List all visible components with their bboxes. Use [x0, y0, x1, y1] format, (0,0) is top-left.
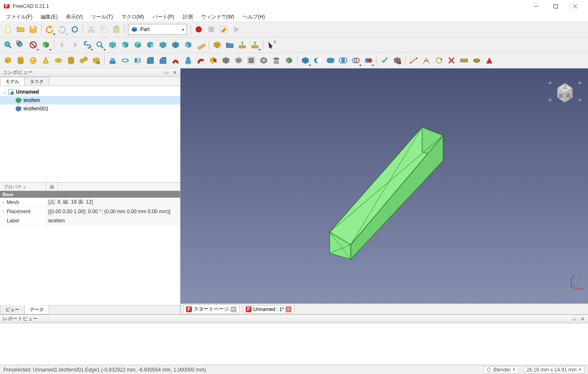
- status-dimensions[interactable]: 26.16 mm x 14.91 mm ▼: [524, 366, 585, 374]
- sweep-button[interactable]: [194, 54, 207, 67]
- nav-forward-button[interactable]: [68, 39, 81, 51]
- refresh-button[interactable]: [68, 23, 81, 36]
- panel-close-button[interactable]: ✕: [172, 70, 178, 76]
- front-view-button[interactable]: [119, 39, 131, 51]
- torus-button[interactable]: [52, 54, 65, 67]
- doc-tab-unnamed[interactable]: F Unnamed : 1* ✕: [243, 305, 294, 314]
- 3d-model-prism[interactable]: [304, 110, 464, 262]
- loft-button[interactable]: [182, 54, 194, 67]
- boolean-intersect-button[interactable]: [337, 54, 349, 67]
- group-button[interactable]: [223, 39, 236, 51]
- primitives-button[interactable]: [77, 54, 90, 67]
- menu-window[interactable]: ウィンドウ(W): [197, 13, 239, 21]
- tab-model[interactable]: モデル: [0, 77, 25, 86]
- measure-clear-button[interactable]: [445, 54, 458, 67]
- link-button[interactable]: [81, 39, 94, 51]
- check-geometry-button[interactable]: [378, 54, 391, 67]
- workbench-selector[interactable]: Part ▾: [128, 24, 187, 35]
- defeaturing-button[interactable]: [391, 54, 404, 67]
- menu-tools[interactable]: ツール(T): [87, 13, 117, 21]
- open-file-button[interactable]: [14, 23, 27, 36]
- left-view-button[interactable]: [182, 39, 194, 51]
- part-button[interactable]: [211, 39, 223, 51]
- chamfer-button[interactable]: [157, 54, 169, 67]
- measure-refresh-button[interactable]: [433, 54, 445, 67]
- ruled-surface-button[interactable]: [169, 54, 182, 67]
- cross-sections-button[interactable]: [220, 54, 232, 67]
- prop-row-placement[interactable]: › Placement [(0.00 0.00 1.00); 0.00 °; (…: [0, 207, 180, 216]
- bounding-box-button[interactable]: [39, 39, 52, 51]
- prop-value[interactable]: [(0.00 0.00 1.00); 0.00 °; (0.00 mm 0.00…: [46, 207, 180, 216]
- undo-button[interactable]: [43, 23, 56, 36]
- cut-button[interactable]: [85, 23, 97, 36]
- expand-icon[interactable]: ›: [0, 209, 6, 214]
- macro-stop-button[interactable]: [205, 23, 218, 36]
- report-body[interactable]: [0, 323, 588, 365]
- panel-float-button[interactable]: ▱: [163, 70, 169, 76]
- whats-this-button[interactable]: ?: [265, 39, 278, 51]
- cone-button[interactable]: [39, 54, 52, 67]
- mirror-button[interactable]: [131, 54, 144, 67]
- close-button[interactable]: [565, 0, 585, 13]
- paste-button[interactable]: [110, 23, 123, 36]
- tab-tasks[interactable]: タスク: [24, 77, 49, 86]
- 3d-viewport[interactable]: 上 前 右 x y z: [181, 68, 588, 303]
- panel-close-button[interactable]: ✕: [580, 316, 585, 322]
- expand-icon[interactable]: ›: [0, 200, 6, 204]
- copy-button[interactable]: [97, 23, 110, 36]
- save-button[interactable]: [27, 23, 39, 36]
- projection-button[interactable]: [270, 54, 283, 67]
- extrude-button[interactable]: [106, 54, 119, 67]
- fit-all-button[interactable]: [2, 39, 14, 51]
- shape-builder-button[interactable]: [90, 54, 102, 67]
- split-button[interactable]: [362, 54, 375, 67]
- prop-row-label[interactable]: Label testfem: [0, 216, 180, 225]
- tube-button[interactable]: [65, 54, 77, 67]
- minimize-button[interactable]: [527, 0, 546, 13]
- menu-help[interactable]: ヘルプ(H): [239, 13, 269, 21]
- prop-row-mesh[interactable]: › Mesh [点: 8, 線: 18 面: 12]: [0, 198, 180, 207]
- draw-style-button[interactable]: [27, 39, 39, 51]
- macro-record-button[interactable]: [192, 23, 205, 36]
- model-tree[interactable]: ⌄ Unnamed testfem testfem001: [0, 86, 180, 183]
- boolean-cut-button[interactable]: [312, 54, 324, 67]
- fillet-button[interactable]: [144, 54, 157, 67]
- tab-view-props[interactable]: ビュー: [0, 305, 25, 314]
- right-view-button[interactable]: [144, 39, 157, 51]
- join-connect-button[interactable]: [349, 54, 362, 67]
- new-file-button[interactable]: [2, 23, 14, 36]
- prop-value[interactable]: [点: 8, 線: 18 面: 12]: [46, 198, 180, 207]
- nav-style-selector[interactable]: Blender ▼: [483, 366, 518, 374]
- redo-button[interactable]: [56, 23, 68, 36]
- measure-toggle-button[interactable]: [458, 54, 470, 67]
- panel-float-button[interactable]: ▱: [571, 316, 577, 322]
- tree-root-row[interactable]: ⌄ Unnamed: [0, 88, 180, 96]
- tab-data-props[interactable]: データ: [24, 305, 49, 314]
- thickness-button[interactable]: [257, 54, 270, 67]
- box-button[interactable]: [2, 54, 14, 67]
- section-button[interactable]: [207, 54, 220, 67]
- navigation-cube[interactable]: 上 前 右: [546, 73, 584, 110]
- macro-edit-button[interactable]: [218, 23, 230, 36]
- revolve-button[interactable]: [119, 54, 131, 67]
- menu-measure[interactable]: 計測: [178, 13, 197, 21]
- measure-delta-button[interactable]: [483, 54, 496, 67]
- close-tab-icon[interactable]: ✕: [286, 306, 291, 312]
- isometric-view-button[interactable]: [106, 39, 119, 51]
- zoom-button[interactable]: [94, 39, 106, 51]
- nav-back-button[interactable]: [56, 39, 68, 51]
- menu-macro[interactable]: マクロ(M): [117, 13, 148, 21]
- measure-toggle3d-button[interactable]: [470, 54, 483, 67]
- measure-angular-button[interactable]: [420, 54, 433, 67]
- color-faces-button[interactable]: [283, 54, 295, 67]
- top-view-button[interactable]: [131, 39, 144, 51]
- prop-value[interactable]: testfem: [46, 216, 180, 225]
- link-make-button[interactable]: [236, 39, 249, 51]
- doc-tab-start[interactable]: F スタートページ ✕: [183, 304, 239, 314]
- offset3d-button[interactable]: [232, 54, 245, 67]
- measure-button[interactable]: [194, 39, 207, 51]
- menu-edit[interactable]: 編集(E): [37, 13, 62, 21]
- close-tab-icon[interactable]: ✕: [231, 306, 236, 312]
- tree-item-testfem001[interactable]: testfem001: [0, 105, 180, 113]
- tree-item-testfem[interactable]: testfem: [0, 96, 180, 105]
